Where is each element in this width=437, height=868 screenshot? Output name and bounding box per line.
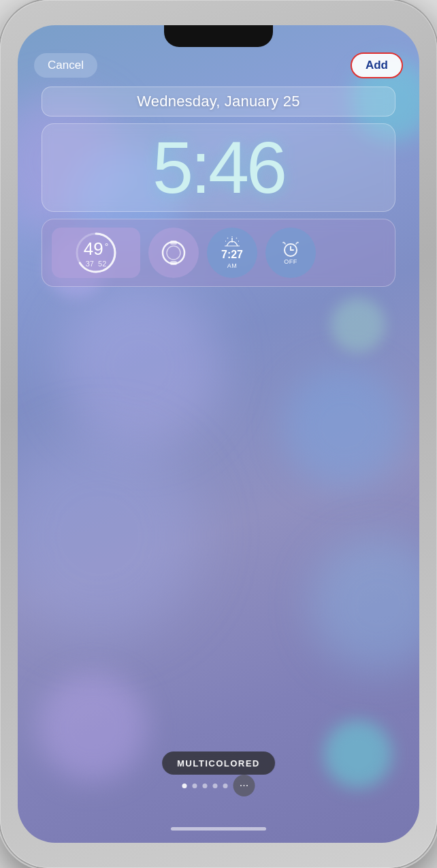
svg-point-2 bbox=[163, 242, 184, 264]
sunrise-time: 7:27 bbox=[221, 249, 243, 261]
bokeh-circle bbox=[38, 672, 147, 781]
top-nav: Cancel Add bbox=[18, 52, 419, 78]
add-button[interactable]: Add bbox=[351, 52, 403, 78]
watch-icon bbox=[160, 239, 187, 266]
widgets-container: 49° 37 52 bbox=[42, 219, 395, 287]
weather-widget[interactable]: 49° 37 52 bbox=[52, 228, 140, 278]
alarm-status: OFF bbox=[284, 258, 297, 265]
alarm-icon bbox=[282, 241, 300, 257]
time-container: 5:46 bbox=[42, 123, 395, 212]
svg-line-8 bbox=[236, 238, 237, 238]
wallpaper-label-container: MULTICOLORED bbox=[162, 751, 275, 775]
page-dot-3[interactable] bbox=[203, 784, 208, 788]
more-button[interactable]: ··· bbox=[233, 775, 255, 796]
bokeh-circle bbox=[283, 366, 406, 489]
time-text: 5:46 bbox=[152, 126, 285, 208]
page-dot-4[interactable] bbox=[213, 784, 218, 788]
notch bbox=[164, 25, 273, 47]
date-text: Wednesday, January 25 bbox=[137, 93, 300, 110]
svg-rect-4 bbox=[170, 261, 177, 265]
alarm-widget[interactable]: OFF bbox=[265, 228, 316, 278]
page-dot-2[interactable] bbox=[193, 784, 197, 788]
sunrise-label: AM bbox=[227, 262, 238, 269]
cancel-button[interactable]: Cancel bbox=[34, 53, 97, 78]
bokeh-circle bbox=[324, 720, 392, 788]
page-dots: ··· bbox=[182, 775, 255, 796]
page-dot-5[interactable] bbox=[223, 784, 228, 788]
more-dots-icon: ··· bbox=[240, 779, 248, 792]
svg-point-5 bbox=[167, 246, 180, 260]
phone-frame: Cancel Add Wednesday, January 25 5:46 bbox=[0, 0, 437, 868]
wallpaper-label: MULTICOLORED bbox=[177, 758, 260, 769]
lockscreen-content: Wednesday, January 25 5:46 49° bbox=[18, 87, 419, 287]
page-dot-1[interactable] bbox=[182, 784, 187, 788]
date-container: Wednesday, January 25 bbox=[42, 87, 395, 117]
bokeh-circle bbox=[18, 434, 201, 638]
bokeh-circle bbox=[331, 298, 385, 352]
bokeh-circle bbox=[59, 284, 222, 448]
bokeh-circle bbox=[310, 536, 419, 672]
watch-widget[interactable] bbox=[148, 228, 199, 278]
sunrise-widget[interactable]: 7:27 AM bbox=[207, 228, 257, 278]
svg-line-7 bbox=[227, 238, 228, 238]
svg-rect-3 bbox=[170, 241, 177, 245]
home-indicator[interactable] bbox=[171, 827, 266, 831]
phone-screen: Cancel Add Wednesday, January 25 5:46 bbox=[18, 25, 419, 843]
sunrise-icon bbox=[223, 236, 241, 247]
